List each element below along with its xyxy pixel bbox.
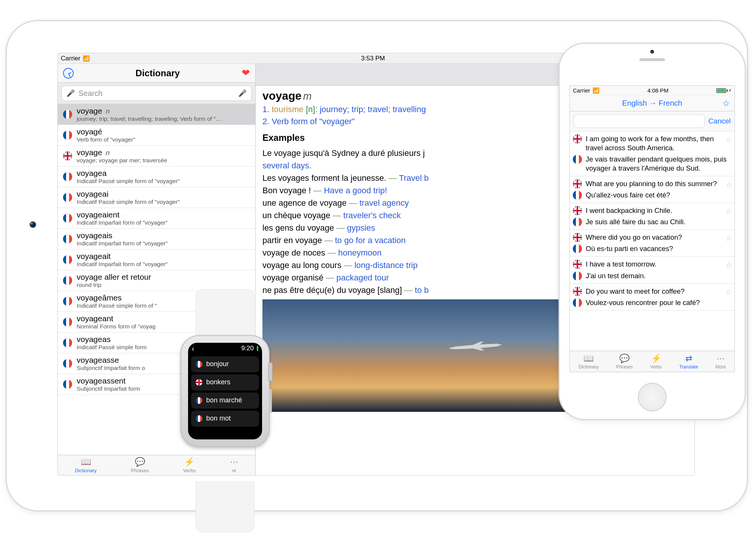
watch-crown[interactable] bbox=[268, 362, 273, 381]
phrase-en: Where did you go on vacation? bbox=[586, 233, 731, 242]
phrase-group[interactable]: ☆ Do you want to meet for coffee? Voulez… bbox=[570, 284, 734, 311]
tab-verbs[interactable]: ⚡Verbs bbox=[650, 354, 662, 370]
flag-icon bbox=[573, 233, 582, 242]
word-label: voyagé bbox=[77, 127, 135, 136]
tab-label: Phrases bbox=[616, 364, 633, 370]
definition-label: journey; trip; travel; travelling; trave… bbox=[77, 116, 222, 122]
list-item[interactable]: voyageaient Indicatif Imparfait form of … bbox=[58, 208, 255, 229]
phrase-list[interactable]: ☆ I am going to work for a few months, t… bbox=[570, 131, 734, 351]
list-item[interactable]: voyageait Indicatif Imparfait form of "v… bbox=[58, 250, 255, 270]
flag-icon bbox=[196, 361, 202, 368]
watch-scroll-indicator bbox=[257, 346, 258, 351]
word-label: voyage n bbox=[77, 106, 222, 116]
favorites-icon[interactable]: ❤ bbox=[242, 67, 250, 79]
list-item[interactable]: voyagé Verb form of "voyager" bbox=[58, 125, 255, 146]
definition-label: round trip bbox=[77, 282, 151, 288]
ipad-time: 3:53 PM bbox=[361, 55, 385, 62]
tab-dictionary[interactable]: 📖Dictionary bbox=[75, 457, 97, 473]
star-outline-icon[interactable]: ☆ bbox=[725, 207, 732, 216]
word-label: voyageant bbox=[77, 314, 156, 323]
iphone-camera bbox=[650, 50, 654, 54]
definition-label: Indicatif Imparfait form of "voyager" bbox=[77, 261, 168, 268]
phrase-en: What are you planning to do this summer? bbox=[586, 179, 731, 188]
word-label: voyage aller et retour bbox=[77, 273, 151, 282]
flag-icon bbox=[573, 179, 582, 188]
ipad-search: 🎤 Search 🎤 bbox=[58, 83, 255, 104]
star-outline-icon[interactable]: ☆ bbox=[722, 99, 730, 108]
flag-icon bbox=[573, 155, 582, 164]
watch-list-item[interactable]: bonjour bbox=[191, 356, 259, 372]
word-label: voyageâmes bbox=[77, 293, 157, 302]
flag-icon bbox=[196, 415, 202, 422]
iphone-speaker bbox=[639, 58, 665, 61]
iphone-status-bar: Carrier 4:08 PM ⚡︎ bbox=[570, 86, 734, 96]
flag-icon bbox=[63, 317, 72, 327]
flag-icon bbox=[573, 298, 582, 307]
tab-label: Dictionary bbox=[75, 468, 97, 473]
iphone-home-button[interactable] bbox=[638, 383, 667, 411]
history-icon[interactable] bbox=[63, 68, 74, 79]
iphone-nav: English → French ☆ bbox=[570, 96, 734, 111]
search-placeholder: Search bbox=[79, 89, 235, 98]
phrase-en: I am going to work for a few months, the… bbox=[586, 134, 731, 153]
tab-more[interactable]: ⋯More bbox=[716, 354, 726, 370]
definition-label: Nominal Forms form of "voyag bbox=[77, 323, 156, 330]
phrase-group[interactable]: ☆ I am going to work for a few months, t… bbox=[570, 131, 734, 176]
tab-translate[interactable]: ⇄Translate bbox=[679, 354, 698, 370]
phrase-en: Do you want to meet for coffee? bbox=[586, 287, 731, 296]
iphone-search-input[interactable] bbox=[574, 114, 705, 128]
phrase-en: I have a test tomorrow. bbox=[586, 260, 731, 269]
list-item[interactable]: voyage n journey; trip; travel; travelli… bbox=[58, 104, 255, 125]
tab-phrases[interactable]: 💬Phrases bbox=[131, 457, 149, 473]
tab-icon: ⋯ bbox=[716, 354, 725, 364]
star-outline-icon[interactable]: ☆ bbox=[725, 135, 732, 144]
iphone-frame: Carrier 4:08 PM ⚡︎ English → French ☆ Ca… bbox=[560, 44, 745, 419]
phrase-group[interactable]: ☆ I went backpacking in Chile. Je suis a… bbox=[570, 203, 734, 230]
phrase-group[interactable]: ☆ What are you planning to do this summe… bbox=[570, 176, 734, 203]
tab-dictionary[interactable]: 📖Dictionary bbox=[579, 354, 599, 370]
list-item[interactable]: voyage n voyage; voyage par mer; travers… bbox=[58, 146, 255, 166]
flag-icon bbox=[573, 206, 582, 215]
watch-list-item[interactable]: bon marché bbox=[191, 393, 259, 408]
tab-icon: 💬 bbox=[619, 354, 629, 364]
cancel-button[interactable]: Cancel bbox=[708, 117, 731, 125]
flag-icon bbox=[573, 260, 582, 269]
watch: ‹ 9:20 bonjourbonkersbon marchébon mot bbox=[174, 289, 276, 532]
mic-right-icon[interactable]: 🎤 bbox=[238, 89, 247, 97]
tab-phrases[interactable]: 💬Phrases bbox=[616, 354, 633, 370]
word-label: voyagea bbox=[77, 169, 180, 178]
tab-label: More bbox=[716, 364, 726, 370]
word-label: voyageas bbox=[77, 335, 147, 344]
watch-band-top bbox=[196, 289, 255, 340]
phrase-fr: Voulez-vous rencontrer pour le café? bbox=[586, 298, 731, 307]
star-outline-icon[interactable]: ☆ bbox=[725, 234, 732, 243]
star-outline-icon[interactable]: ☆ bbox=[725, 260, 732, 270]
page-title: Dictionary bbox=[136, 68, 180, 79]
watch-band-bottom bbox=[196, 482, 255, 532]
phrase-fr: Je vais travailler pendant quelques mois… bbox=[586, 155, 731, 173]
watch-list-item[interactable]: bon mot bbox=[191, 411, 259, 427]
watch-screen: ‹ 9:20 bonjourbonkersbon marchébon mot bbox=[188, 343, 262, 439]
watch-side-button[interactable] bbox=[269, 389, 272, 413]
mic-left-icon[interactable]: 🎤 bbox=[66, 89, 75, 97]
word-label: voyageais bbox=[77, 231, 168, 240]
flag-icon bbox=[63, 380, 72, 389]
search-input[interactable]: 🎤 Search 🎤 bbox=[62, 86, 251, 101]
list-item[interactable]: voyageai Indicatif Passé simple form of … bbox=[58, 187, 255, 208]
watch-word: bonjour bbox=[206, 360, 229, 368]
phrase-group[interactable]: ☆ Where did you go on vacation? Où es-tu… bbox=[570, 230, 734, 257]
list-item[interactable]: voyage aller et retour round trip bbox=[58, 270, 255, 291]
star-outline-icon[interactable]: ☆ bbox=[725, 288, 732, 297]
watch-status: ‹ 9:20 bbox=[188, 343, 262, 354]
star-outline-icon[interactable]: ☆ bbox=[725, 180, 732, 189]
tab-label: Translate bbox=[679, 364, 698, 370]
watch-back-icon[interactable]: ‹ bbox=[192, 344, 194, 353]
phrase-group[interactable]: ☆ I have a test tomorrow. J'ai un test d… bbox=[570, 257, 734, 283]
list-item[interactable]: voyagea Indicatif Passé simple form of "… bbox=[58, 166, 255, 187]
list-item[interactable]: voyageais Indicatif Imparfait form of "v… bbox=[58, 229, 255, 250]
watch-list-item[interactable]: bonkers bbox=[191, 374, 259, 390]
flag-icon bbox=[573, 287, 582, 296]
flag-icon bbox=[63, 214, 72, 223]
flag-icon bbox=[573, 191, 582, 200]
iphone-nav-title[interactable]: English → French bbox=[622, 99, 682, 108]
